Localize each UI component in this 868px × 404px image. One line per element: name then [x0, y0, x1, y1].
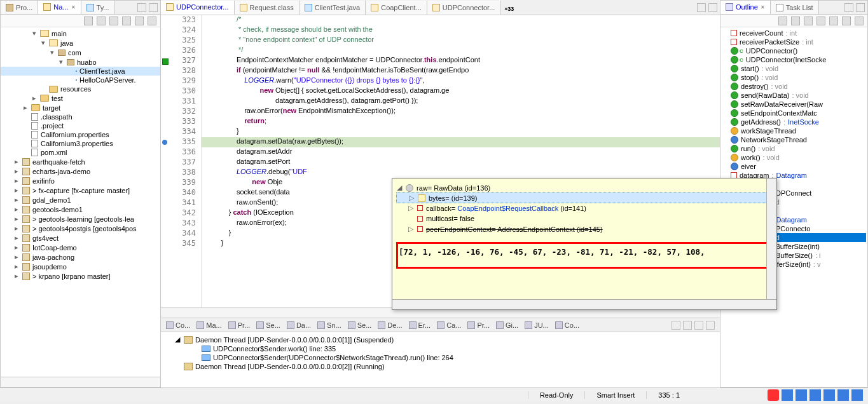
tree-item[interactable]: Californium3.properties: [1, 139, 160, 148]
code-line[interactable]: datagram.getAddress(), datagram.getPort(…: [202, 97, 720, 107]
tree-item[interactable]: ClientTest.java: [1, 67, 160, 76]
tree-item[interactable]: ▸> geotools4postgis [geotools4pos: [1, 224, 160, 233]
view-tab[interactable]: Co...: [163, 321, 193, 329]
code-line[interactable]: datagram.setPort: [202, 158, 720, 168]
tree-item[interactable]: ▸> fx-capture [fx-capture master]: [1, 185, 160, 195]
type-link[interactable]: Datagram: [776, 216, 807, 224]
expand-icon[interactable]: ▸: [22, 104, 29, 112]
tree-item[interactable]: resources: [1, 84, 160, 93]
line-number[interactable]: 335: [161, 137, 201, 147]
debug-variable-row[interactable]: ▷callback= CoapEndpoint$RequestCallback …: [396, 203, 773, 213]
ime-icon[interactable]: [768, 389, 779, 401]
expand-icon[interactable]: ▸: [13, 272, 20, 280]
tab-project[interactable]: Pro...: [1, 1, 38, 15]
view-tab[interactable]: Se...: [345, 321, 375, 329]
popup-hscroll[interactable]: [392, 299, 776, 309]
thread-item[interactable]: ◢Daemon Thread [UDP-Sender-0.0.0.0/0.0.0…: [175, 335, 706, 344]
tree-item[interactable]: .project: [1, 121, 160, 130]
tree-item[interactable]: ▸earthquake-fetch: [1, 157, 160, 166]
outline-item[interactable]: CUDPConnector(InetSocke: [722, 55, 866, 64]
tree-item[interactable]: ▾main: [1, 29, 160, 38]
outline-item[interactable]: destroy() : void: [722, 82, 866, 91]
type-link[interactable]: InetSocke: [788, 118, 819, 126]
line-number[interactable]: 334: [161, 127, 201, 137]
code-line[interactable]: return;: [202, 117, 720, 127]
tree-item[interactable]: ▾huabo: [1, 57, 160, 67]
editor-tab[interactable]: Request.class: [235, 1, 300, 15]
view-tab[interactable]: Se...: [254, 321, 283, 329]
code-line[interactable]: */: [202, 46, 720, 56]
debug-stack-panel[interactable]: ◢Daemon Thread [UDP-Sender-0.0.0.0/0.0.0…: [161, 332, 720, 387]
editor-tab[interactable]: UDPConnector...: [161, 1, 235, 15]
outline-item[interactable]: work() : void: [722, 153, 866, 162]
tree-item[interactable]: Californium.properties: [1, 130, 160, 139]
link-editor-button[interactable]: [135, 17, 144, 25]
code-line[interactable]: datagram.setAddr: [202, 147, 720, 158]
outline-maximize[interactable]: [856, 3, 865, 12]
tree-item[interactable]: .classpath: [1, 112, 160, 121]
expand-icon[interactable]: ▸: [13, 234, 20, 242]
outline-item[interactable]: setRawDataReceiver(Raw: [722, 100, 866, 109]
bottom-toggle2[interactable]: [683, 321, 692, 330]
line-number[interactable]: 340: [161, 188, 201, 198]
left-hscroll[interactable]: [1, 377, 160, 387]
debug-variable-row[interactable]: ▷peerEndpointContext= AddressEndpointCon…: [396, 224, 773, 234]
expand-icon[interactable]: ▸: [13, 243, 20, 252]
stack-frame[interactable]: UDPConnector$Sender.work() line: 335: [175, 344, 706, 353]
debug-variable-row[interactable]: ▷bytes= (id=139): [396, 192, 773, 203]
expand-icon[interactable]: ▸: [13, 158, 20, 166]
tree-item[interactable]: ▸gdal_demo1: [1, 195, 160, 205]
maximize-view[interactable]: [149, 3, 158, 12]
tree-item[interactable]: ▸echarts-java-demo: [1, 166, 160, 176]
collapse-button[interactable]: [122, 17, 131, 25]
outline-item[interactable]: CUDPConnector(): [722, 46, 866, 55]
more-tabs[interactable]: »33: [500, 3, 518, 12]
view-tab[interactable]: JU...: [522, 321, 551, 329]
outline-item[interactable]: workStageThread: [722, 126, 866, 135]
view-tab[interactable]: Ma...: [194, 321, 224, 329]
tree-item[interactable]: ▾java: [1, 38, 160, 48]
outline-item[interactable]: NetworkStageThread: [722, 135, 866, 144]
line-number[interactable]: 345: [161, 239, 201, 249]
bottom-toggle1[interactable]: [672, 321, 680, 330]
tree-item[interactable]: ▸geotools-demo1: [1, 205, 160, 214]
outline-item[interactable]: setEndpointContextMatc: [722, 109, 866, 118]
type-link[interactable]: Datagram: [776, 172, 807, 179]
expand-icon[interactable]: ▸: [13, 177, 20, 185]
tab-type[interactable]: Ty...: [81, 1, 115, 15]
hide-static-button[interactable]: [816, 17, 825, 25]
back-button[interactable]: [84, 17, 93, 25]
az-button[interactable]: [791, 17, 800, 25]
hide-nonpub-button[interactable]: [829, 17, 838, 25]
view-tab[interactable]: Da...: [284, 321, 313, 329]
editor-tab[interactable]: ClientTest.java: [300, 1, 366, 15]
minimize-view[interactable]: [137, 3, 146, 12]
tray-icon-3[interactable]: [809, 389, 821, 401]
editor-tab[interactable]: CoapClient...: [366, 1, 427, 15]
line-number[interactable]: 344: [161, 229, 201, 239]
debug-variable-row[interactable]: ◢raw= RawData (id=136): [396, 182, 773, 193]
tab-outline[interactable]: Outline✕: [720, 1, 771, 15]
expand-icon[interactable]: ▾: [58, 58, 64, 66]
expand-icon[interactable]: ▸: [13, 196, 20, 204]
debug-hover-popup[interactable]: ◢raw= RawData (id=136)▷bytes= (id=139)▷c…: [392, 178, 777, 310]
line-number[interactable]: 323: [161, 15, 201, 25]
bottom-min[interactable]: [694, 321, 703, 330]
code-line[interactable]: datagram.setData(raw.getBytes());: [202, 137, 720, 147]
line-number[interactable]: 336: [161, 147, 201, 158]
line-number[interactable]: 327: [161, 56, 201, 66]
line-number[interactable]: 337: [161, 158, 201, 168]
expand-icon[interactable]: ◢: [396, 184, 403, 192]
line-number[interactable]: 332: [161, 107, 201, 117]
expand-icon[interactable]: ▷: [408, 194, 415, 202]
outline-item[interactable]: receiverCount: int: [722, 29, 866, 37]
up-button[interactable]: [109, 17, 118, 25]
expand-icon[interactable]: ▸: [13, 224, 20, 232]
line-number[interactable]: 331: [161, 97, 201, 107]
tree-item[interactable]: pom.xml: [1, 148, 160, 157]
hide-local-button[interactable]: [842, 17, 851, 25]
expand-icon[interactable]: ▷: [408, 204, 414, 212]
line-number[interactable]: 329: [161, 76, 201, 86]
outline-item[interactable]: send(RawData) : void: [722, 91, 866, 100]
editor-maximize[interactable]: [708, 3, 717, 12]
